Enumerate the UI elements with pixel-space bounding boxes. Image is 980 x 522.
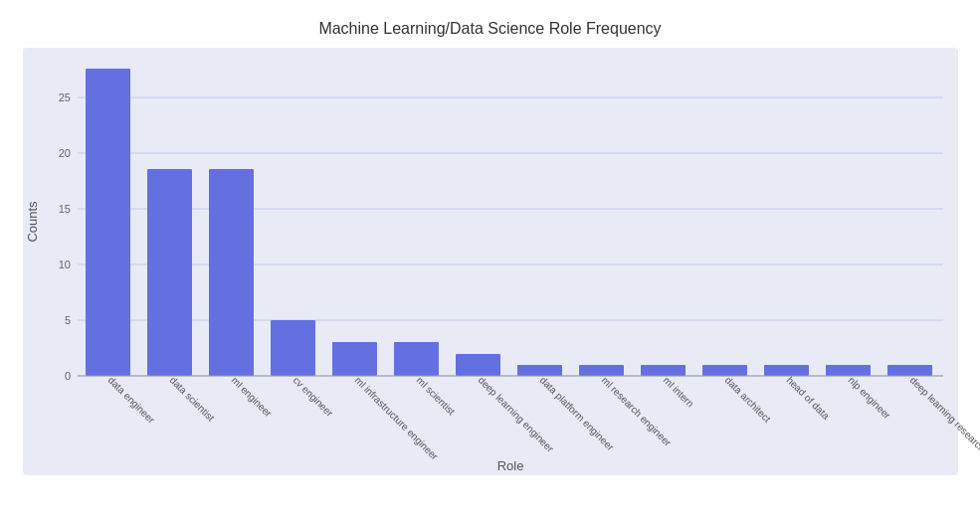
svg-text:ml intern: ml intern — [661, 375, 695, 410]
svg-rect-26 — [887, 365, 932, 376]
svg-rect-14 — [147, 169, 192, 376]
chart-title: Machine Learning/Data Science Role Frequ… — [318, 20, 661, 38]
svg-text:head of data: head of data — [784, 375, 831, 422]
svg-rect-13 — [86, 69, 130, 376]
y-axis-title: Counts — [25, 201, 40, 243]
bars — [86, 69, 932, 376]
svg-text:20: 20 — [58, 147, 70, 159]
svg-rect-23 — [702, 365, 747, 376]
svg-text:data engineer: data engineer — [105, 375, 157, 427]
bar-chart: Counts 0 5 10 15 20 25 — [23, 48, 958, 475]
chart-container: Machine Learning/Data Science Role Frequ… — [0, 0, 980, 522]
x-labels: data engineer data scientist ml engineer… — [105, 375, 980, 462]
svg-rect-25 — [826, 365, 871, 376]
svg-rect-15 — [209, 169, 254, 376]
svg-rect-20 — [517, 365, 562, 376]
svg-text:ml research engineer: ml research engineer — [599, 375, 674, 449]
svg-text:5: 5 — [64, 314, 70, 326]
svg-rect-24 — [764, 365, 809, 376]
svg-text:10: 10 — [58, 259, 70, 270]
svg-rect-16 — [271, 320, 315, 376]
svg-text:data scientist: data scientist — [167, 375, 216, 424]
svg-rect-17 — [332, 342, 377, 376]
svg-text:nlp engineer: nlp engineer — [846, 375, 892, 422]
svg-rect-22 — [641, 365, 686, 376]
svg-text:15: 15 — [58, 203, 70, 215]
svg-rect-21 — [579, 365, 624, 376]
svg-rect-18 — [394, 342, 439, 376]
svg-text:25: 25 — [58, 91, 70, 103]
svg-rect-0 — [78, 63, 943, 376]
svg-text:0: 0 — [64, 370, 70, 382]
svg-text:data architect: data architect — [722, 375, 772, 425]
x-axis-title: Role — [496, 458, 523, 473]
svg-text:ml engineer: ml engineer — [229, 375, 274, 420]
svg-text:ml scientist: ml scientist — [414, 375, 457, 418]
svg-text:cv engineer: cv engineer — [291, 375, 335, 420]
svg-text:deep learning researcher: deep learning researcher — [907, 375, 980, 461]
svg-rect-19 — [456, 354, 500, 376]
